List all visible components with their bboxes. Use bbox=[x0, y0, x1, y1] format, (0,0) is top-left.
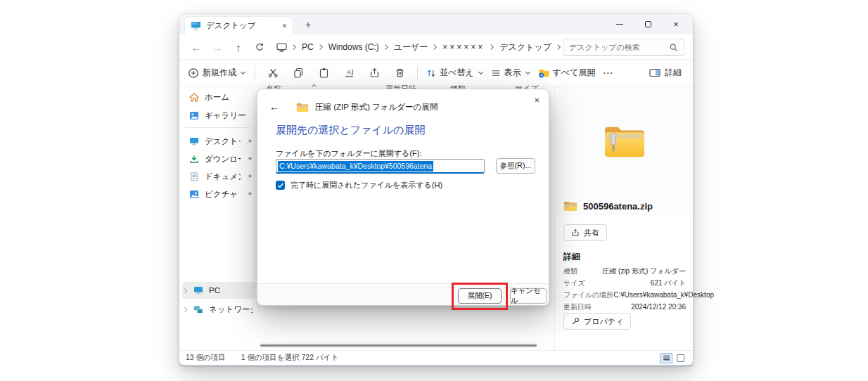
sidebar-item-pc[interactable]: PC bbox=[182, 282, 255, 299]
more-options-icon[interactable]: ⋯ bbox=[602, 67, 613, 79]
home-icon bbox=[189, 93, 199, 102]
toolbar-separator bbox=[417, 66, 418, 80]
sidebar-downloads-label: ダウンロード bbox=[205, 154, 241, 164]
delete-button[interactable] bbox=[390, 67, 409, 78]
details-heading: 詳細 bbox=[563, 251, 580, 263]
tab-close-icon[interactable]: × bbox=[282, 21, 287, 31]
zip-folder-preview-icon bbox=[603, 123, 646, 160]
rename-button[interactable]: A bbox=[340, 67, 358, 78]
details-pane-icon bbox=[649, 67, 660, 78]
destination-path-input[interactable]: C:¥Users¥kawabata_k¥Desktop¥500596atena bbox=[276, 159, 485, 174]
tab-desktop[interactable]: デスクトップ × bbox=[184, 16, 293, 34]
dialog-back-icon[interactable]: ← bbox=[269, 101, 296, 112]
sort-button[interactable]: 並べ替え bbox=[426, 67, 484, 79]
detail-row-modified: 更新日時 2024/12/12 20:36 bbox=[563, 301, 686, 313]
sidebar-item-pictures[interactable]: ピクチャ bbox=[182, 186, 255, 202]
back-button[interactable]: ← bbox=[188, 34, 205, 60]
detail-label: サイズ bbox=[563, 278, 585, 288]
minimize-button[interactable] bbox=[606, 14, 634, 34]
chevron-right-icon bbox=[292, 44, 297, 51]
share-icon bbox=[571, 228, 580, 237]
dialog-title: 圧縮 (ZIP 形式) フォルダーの展開 bbox=[315, 102, 438, 112]
sidebar-desktop-label: デスクトップ bbox=[205, 136, 241, 147]
dialog-heading: 展開先の選択とファイルの展開 bbox=[276, 124, 425, 137]
desktop-monitor-icon bbox=[191, 21, 201, 30]
checkbox-checked-icon[interactable] bbox=[276, 181, 285, 190]
minimize-icon bbox=[616, 24, 623, 25]
pin-icon bbox=[246, 191, 253, 198]
close-button[interactable]: × bbox=[662, 14, 690, 34]
selected-file-row: 500596atena.zip bbox=[563, 200, 653, 212]
sidebar-item-network[interactable]: ネットワーク bbox=[182, 301, 255, 318]
extract-all-button[interactable]: すべて展開 bbox=[538, 67, 596, 79]
destination-field-label: ファイルを下のフォルダーに展開する(F): bbox=[276, 148, 421, 159]
chevron-down-icon bbox=[478, 70, 484, 75]
share-button[interactable] bbox=[365, 67, 383, 78]
breadcrumb-drive-c[interactable]: Windows (C:) bbox=[328, 42, 379, 52]
breadcrumb-users[interactable]: ユーザー bbox=[394, 41, 428, 53]
properties-button[interactable]: プロパティ bbox=[563, 313, 631, 330]
sidebar-item-gallery[interactable]: ギャラリー bbox=[182, 107, 255, 124]
up-button[interactable]: ↑ bbox=[230, 34, 247, 60]
details-view-toggle[interactable] bbox=[660, 353, 672, 363]
cancel-button[interactable]: キャンセル bbox=[510, 288, 547, 304]
view-toggles bbox=[660, 353, 684, 363]
new-button[interactable]: 新規作成 bbox=[188, 67, 246, 79]
wrench-icon bbox=[571, 317, 580, 325]
downloads-icon bbox=[189, 155, 199, 164]
chevron-right-icon bbox=[556, 44, 561, 51]
horizontal-scrollbar[interactable] bbox=[259, 342, 538, 348]
this-pc-icon bbox=[276, 43, 287, 52]
dialog-header: ← 圧縮 (ZIP 形式) フォルダーの展開 bbox=[269, 101, 438, 112]
view-button[interactable]: 表示 bbox=[491, 67, 531, 79]
refresh-button[interactable] bbox=[251, 34, 268, 60]
sort-button-label: 並べ替え bbox=[440, 67, 474, 79]
paste-button[interactable] bbox=[314, 67, 333, 78]
sidebar-item-documents[interactable]: ドキュメント bbox=[182, 168, 255, 185]
large-icons-view-toggle[interactable] bbox=[677, 354, 684, 362]
detail-row-type: 種類 圧縮 (zip 形式) フォルダー bbox=[563, 265, 686, 277]
extract-folder-icon bbox=[538, 67, 549, 78]
properties-label: プロパティ bbox=[584, 316, 623, 327]
breadcrumb-pc[interactable]: PC bbox=[302, 42, 314, 52]
details-pane-toggle[interactable]: 詳細 bbox=[649, 67, 682, 79]
file-preview-area bbox=[556, 86, 693, 214]
extract-button[interactable]: 展開(E) bbox=[458, 288, 502, 304]
tab-bar: デスクトップ × + × bbox=[179, 14, 693, 34]
sidebar-item-home[interactable]: ホーム bbox=[182, 89, 255, 105]
detail-value: 621 バイト bbox=[651, 278, 686, 288]
sidebar-item-downloads[interactable]: ダウンロード bbox=[182, 150, 255, 167]
breadcrumb-username[interactable]: ×××××× bbox=[442, 42, 485, 52]
new-tab-button[interactable]: + bbox=[300, 18, 316, 32]
window-controls: × bbox=[606, 14, 690, 34]
breadcrumb-desktop[interactable]: デスクトップ bbox=[499, 41, 551, 53]
sidebar-documents-label: ドキュメント bbox=[205, 172, 241, 182]
search-input[interactable]: デスクトップの検索 bbox=[563, 39, 684, 56]
sidebar-home-label: ホーム bbox=[205, 92, 253, 103]
share-file-button[interactable]: 共有 bbox=[563, 224, 607, 241]
window-bottom-edge bbox=[179, 365, 693, 366]
desktop-icon bbox=[189, 137, 199, 146]
dialog-close-icon[interactable]: × bbox=[534, 95, 540, 105]
show-files-checkbox-label: 完了時に展開されたファイルを表示する(H) bbox=[291, 180, 442, 190]
pin-icon bbox=[246, 138, 253, 145]
status-bar: 13 個の項目 1 個の項目を選択 722 バイト bbox=[179, 350, 693, 365]
zip-folder-icon bbox=[296, 102, 309, 112]
network-icon bbox=[193, 305, 203, 314]
browse-button[interactable]: 参照(R)... bbox=[496, 158, 535, 174]
screenshot-canvas: デスクトップ × + × ← → ↑ PC bbox=[0, 0, 868, 381]
scrollbar-thumb[interactable] bbox=[260, 344, 537, 347]
gallery-icon bbox=[189, 111, 199, 120]
detail-value: C:¥Users¥kawabata_k¥Desktop bbox=[613, 291, 714, 299]
maximize-button[interactable] bbox=[634, 14, 662, 34]
item-count: 13 個の項目 bbox=[186, 353, 226, 363]
dialog-footer bbox=[257, 283, 549, 305]
pc-icon bbox=[193, 286, 203, 295]
detail-label: 種類 bbox=[563, 266, 577, 276]
pin-icon bbox=[246, 174, 253, 180]
copy-button[interactable] bbox=[289, 67, 307, 78]
sidebar-item-desktop[interactable]: デスクトップ bbox=[182, 133, 255, 150]
chevron-right-icon bbox=[184, 288, 188, 294]
forward-button[interactable]: → bbox=[209, 34, 226, 60]
cut-button[interactable] bbox=[264, 67, 282, 78]
